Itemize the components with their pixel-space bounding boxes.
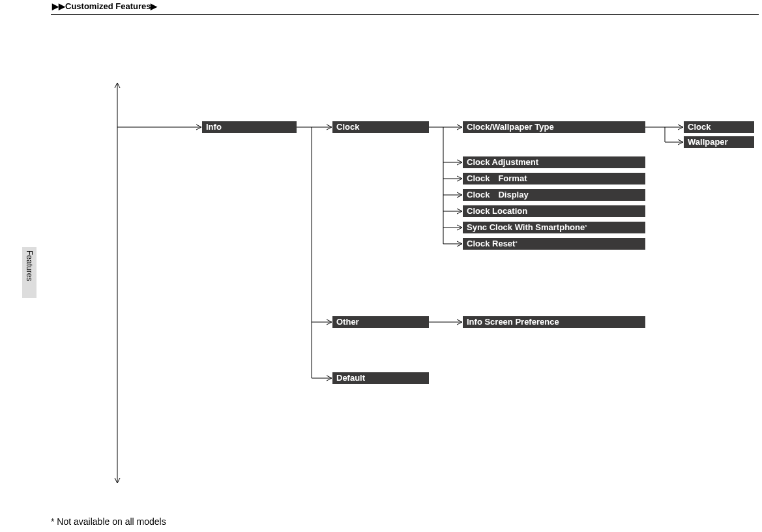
sync-clock-label: Sync Clock With Smartphone: [467, 222, 585, 232]
node-clock-adjustment: Clock Adjustment: [463, 156, 645, 168]
diagram-lines: [0, 0, 762, 532]
node-info: Info: [202, 121, 297, 133]
footnote: * Not available on all models: [51, 516, 166, 527]
node-clock-location: Clock Location: [463, 205, 645, 217]
asterisk-icon: *: [515, 240, 517, 246]
node-clock-right: Clock: [684, 121, 754, 133]
node-clock: Clock: [332, 121, 429, 133]
page: ▶▶Customized Features▶ Features: [0, 0, 762, 532]
node-clock-display: Clock Display: [463, 189, 645, 201]
clock-reset-label: Clock Reset: [467, 239, 515, 248]
node-clock-format: Clock Format: [463, 173, 645, 185]
node-other: Other: [332, 316, 429, 328]
node-info-screen-pref: Info Screen Preference: [463, 316, 645, 328]
node-sync-clock: Sync Clock With Smartphone*: [463, 222, 645, 233]
node-default: Default: [332, 372, 429, 384]
node-clock-reset: Clock Reset*: [463, 238, 645, 250]
node-wallpaper: Wallpaper: [684, 136, 754, 148]
node-clock-wallpaper-type: Clock/Wallpaper Type: [463, 121, 645, 133]
asterisk-icon: *: [585, 224, 587, 229]
